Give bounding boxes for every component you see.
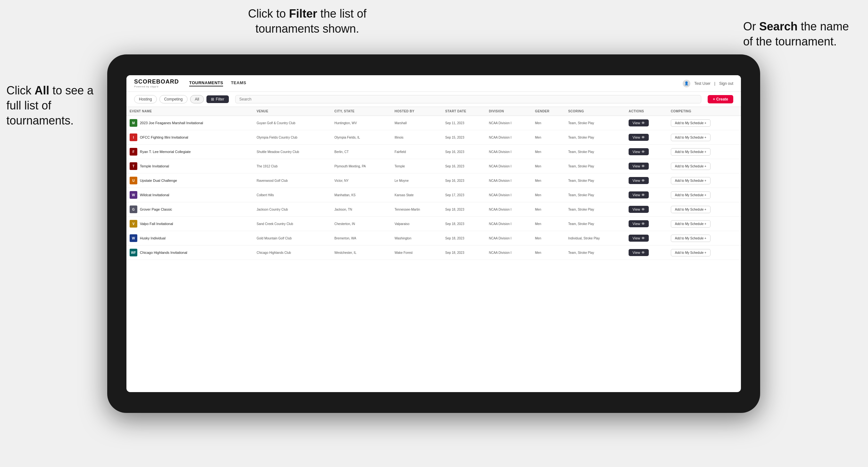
venue-cell-1: Olympia Fields Country Club (253, 130, 331, 145)
add-schedule-button-9[interactable]: Add to My Schedule + (671, 249, 711, 256)
table-row: F Ryan T. Lee Memorial Collegiate Shuttl… (126, 145, 741, 159)
gender-cell-2: Men (532, 145, 565, 159)
competing-cell-5: Add to My Schedule + (668, 188, 741, 202)
add-schedule-button-0[interactable]: Add to My Schedule + (671, 119, 711, 127)
team-logo-7: V (130, 220, 137, 227)
view-button-1[interactable]: View 👁 (629, 134, 649, 141)
add-schedule-button-5[interactable]: Add to My Schedule + (671, 191, 711, 199)
event-name-text-2: Ryan T. Lee Memorial Collegiate (140, 150, 191, 154)
actions-cell-1: View 👁 (625, 130, 667, 145)
division-cell-5: NCAA Division I (486, 188, 532, 202)
competing-cell-9: Add to My Schedule + (668, 246, 741, 260)
start-date-cell-2: Sep 16, 2023 (442, 145, 486, 159)
event-name-text-9: Chicago Highlands Invitational (140, 251, 187, 254)
start-date-cell-8: Sep 18, 2023 (442, 231, 486, 246)
view-button-2[interactable]: View 👁 (629, 148, 649, 155)
competing-button[interactable]: Competing (159, 95, 188, 103)
scoring-cell-8: Individual, Stroke Play (565, 231, 625, 246)
col-hosted-by: HOSTED BY (392, 107, 442, 116)
city-state-cell-2: Berlin, CT (331, 145, 392, 159)
col-actions: ACTIONS (625, 107, 667, 116)
view-button-0[interactable]: View 👁 (629, 119, 649, 126)
col-gender: GENDER (532, 107, 565, 116)
hosted-by-cell-8: Washington (392, 231, 442, 246)
start-date-cell-6: Sep 18, 2023 (442, 202, 486, 217)
view-button-3[interactable]: View 👁 (629, 163, 649, 169)
view-button-4[interactable]: View 👁 (629, 177, 649, 184)
actions-cell-7: View 👁 (625, 217, 667, 231)
nav-teams[interactable]: TEAMS (231, 80, 246, 86)
division-cell-4: NCAA Division I (486, 174, 532, 188)
division-cell-9: NCAA Division I (486, 246, 532, 260)
add-schedule-button-1[interactable]: Add to My Schedule + (671, 134, 711, 141)
view-button-7[interactable]: View 👁 (629, 220, 649, 227)
table-row: WF Chicago Highlands Invitational Chicag… (126, 246, 741, 260)
add-schedule-button-6[interactable]: Add to My Schedule + (671, 206, 711, 213)
team-logo-5: W (130, 191, 137, 199)
all-button[interactable]: All (190, 95, 204, 103)
table-header-row: EVENT NAME VENUE CITY, STATE HOSTED BY S… (126, 107, 741, 116)
gender-cell-8: Men (532, 231, 565, 246)
city-state-cell-3: Plymouth Meeting, PA (331, 159, 392, 174)
filter-label: Filter (216, 97, 224, 101)
table-row: G Grover Page Classic Jackson Country Cl… (126, 202, 741, 217)
venue-cell-8: Gold Mountain Golf Club (253, 231, 331, 246)
city-state-cell-6: Jackson, TN (331, 202, 392, 217)
add-schedule-button-8[interactable]: Add to My Schedule + (671, 235, 711, 242)
tournaments-table-container: EVENT NAME VENUE CITY, STATE HOSTED BY S… (126, 107, 741, 392)
start-date-cell-7: Sep 18, 2023 (442, 217, 486, 231)
add-schedule-button-4[interactable]: Add to My Schedule + (671, 177, 711, 184)
event-name-text-1: OFCC Fighting Illini Invitational (140, 135, 188, 139)
competing-cell-1: Add to My Schedule + (668, 130, 741, 145)
eye-icon-6: 👁 (642, 208, 645, 211)
col-scoring: SCORING (565, 107, 625, 116)
team-logo-9: WF (130, 249, 137, 256)
add-schedule-button-7[interactable]: Add to My Schedule + (671, 220, 711, 227)
col-venue: VENUE (253, 107, 331, 116)
filter-button[interactable]: ⊞ Filter (207, 95, 229, 103)
gender-cell-0: Men (532, 116, 565, 130)
search-input[interactable] (235, 95, 702, 103)
view-button-8[interactable]: View 👁 (629, 235, 649, 242)
gender-cell-3: Men (532, 159, 565, 174)
table-row: W Husky Individual Gold Mountain Golf Cl… (126, 231, 741, 246)
col-competing: COMPETING (668, 107, 741, 116)
scoring-cell-4: Team, Stroke Play (565, 174, 625, 188)
start-date-cell-9: Sep 18, 2023 (442, 246, 486, 260)
create-button[interactable]: + Create (708, 95, 733, 103)
city-state-cell-1: Olympia Fields, IL (331, 130, 392, 145)
actions-cell-5: View 👁 (625, 188, 667, 202)
sign-out-link[interactable]: Sign out (719, 81, 733, 86)
event-name-cell-0: M 2023 Joe Feaganes Marshall Invitationa… (126, 116, 253, 130)
user-name: Test User (694, 81, 711, 86)
logo-sub: Powered by clipp'd (134, 85, 179, 88)
logo-text: SCOREBOARD (134, 79, 179, 85)
hosted-by-cell-2: Fairfield (392, 145, 442, 159)
start-date-cell-0: Sep 11, 2023 (442, 116, 486, 130)
scoring-cell-1: Team, Stroke Play (565, 130, 625, 145)
event-name-text-4: Upstate Dual Challenge (140, 179, 177, 182)
eye-icon-1: 👁 (642, 135, 645, 139)
nav-tournaments[interactable]: TOURNAMENTS (189, 80, 223, 86)
table-row: U Upstate Dual Challenge Ravenwood Golf … (126, 174, 741, 188)
division-cell-2: NCAA Division I (486, 145, 532, 159)
division-cell-1: NCAA Division I (486, 130, 532, 145)
eye-icon-9: 👁 (642, 251, 645, 254)
col-start-date: START DATE (442, 107, 486, 116)
scoring-cell-5: Team, Stroke Play (565, 188, 625, 202)
actions-cell-6: View 👁 (625, 202, 667, 217)
add-schedule-button-3[interactable]: Add to My Schedule + (671, 163, 711, 170)
hosted-by-cell-9: Wake Forest (392, 246, 442, 260)
gender-cell-1: Men (532, 130, 565, 145)
view-button-9[interactable]: View 👁 (629, 249, 649, 256)
hosting-button[interactable]: Hosting (134, 95, 157, 103)
city-state-cell-7: Chesterton, IN (331, 217, 392, 231)
venue-cell-4: Ravenwood Golf Club (253, 174, 331, 188)
view-button-5[interactable]: View 👁 (629, 191, 649, 198)
add-schedule-button-2[interactable]: Add to My Schedule + (671, 148, 711, 156)
gender-cell-9: Men (532, 246, 565, 260)
venue-cell-3: The 1912 Club (253, 159, 331, 174)
city-state-cell-9: Westchester, IL (331, 246, 392, 260)
view-button-6[interactable]: View 👁 (629, 206, 649, 213)
event-name-text-7: Valpo Fall Invitational (140, 222, 173, 226)
